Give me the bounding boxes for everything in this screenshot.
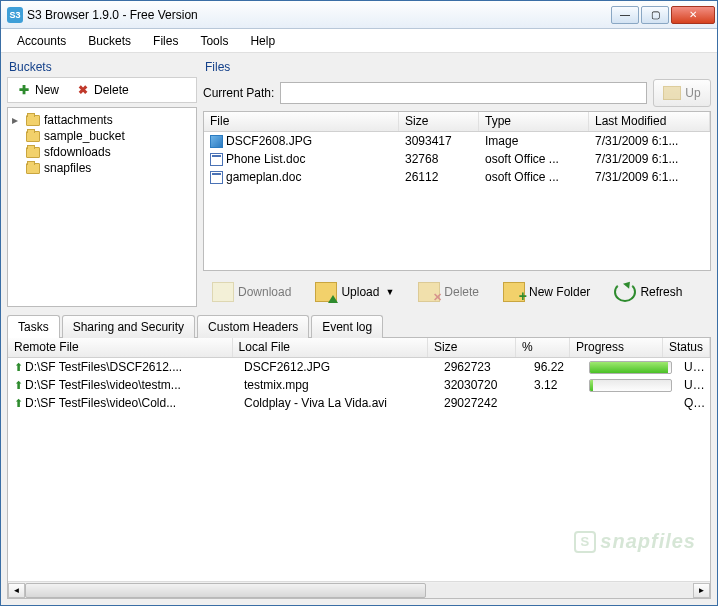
progress-bar bbox=[589, 379, 672, 392]
refresh-button[interactable]: Refresh bbox=[605, 277, 691, 307]
col-size[interactable]: Size bbox=[399, 112, 479, 131]
tasks-panel: Remote File Local File Size % Progress S… bbox=[7, 337, 711, 599]
scroll-track[interactable] bbox=[25, 583, 693, 598]
bucket-item[interactable]: snapfiles bbox=[10, 160, 194, 176]
col-remote[interactable]: Remote File bbox=[8, 338, 233, 357]
path-label: Current Path: bbox=[203, 86, 274, 100]
col-local[interactable]: Local File bbox=[233, 338, 428, 357]
plus-icon: ✚ bbox=[16, 82, 32, 98]
col-status[interactable]: Status bbox=[663, 338, 710, 357]
scroll-thumb[interactable] bbox=[25, 583, 426, 598]
file-list: File Size Type Last Modified DSCF2608.JP… bbox=[203, 111, 711, 271]
files-toolbar: Download Upload ▼ Delete New Folder bbox=[203, 271, 711, 307]
task-row[interactable]: ⬆D:\SF TestFiles\video\Cold...Coldplay -… bbox=[8, 394, 710, 412]
tasks-header: Remote File Local File Size % Progress S… bbox=[8, 338, 710, 358]
maximize-button[interactable]: ▢ bbox=[641, 6, 669, 24]
menu-files[interactable]: Files bbox=[143, 32, 188, 50]
remote-file: D:\SF TestFiles\video\testm... bbox=[25, 378, 181, 392]
bucket-name: sample_bucket bbox=[44, 129, 125, 143]
new-folder-button[interactable]: New Folder bbox=[494, 277, 599, 307]
tasks-body[interactable]: ⬆D:\SF TestFiles\DSCF2612....DSCF2612.JP… bbox=[8, 358, 710, 581]
bucket-item[interactable]: ▸fattachments bbox=[10, 112, 194, 128]
path-input[interactable] bbox=[280, 82, 647, 104]
files-label: Files bbox=[203, 59, 711, 77]
bucket-item[interactable]: sample_bucket bbox=[10, 128, 194, 144]
buckets-panel: Buckets ✚ New ✖ Delete ▸fattachments sam… bbox=[7, 59, 197, 307]
task-pct: 96.22 bbox=[528, 360, 583, 374]
delete-bucket-button[interactable]: ✖ Delete bbox=[71, 80, 133, 100]
upload-arrow-icon: ⬆ bbox=[14, 397, 23, 409]
file-size: 32768 bbox=[399, 152, 479, 166]
file-row[interactable]: DSCF2608.JPG3093417Image7/31/2009 6:1... bbox=[204, 132, 710, 150]
folder-up-icon bbox=[663, 86, 681, 100]
minimize-button[interactable]: — bbox=[611, 6, 639, 24]
delete-bucket-label: Delete bbox=[94, 83, 129, 97]
refresh-label: Refresh bbox=[640, 285, 682, 299]
menu-tools[interactable]: Tools bbox=[190, 32, 238, 50]
task-row[interactable]: ⬆D:\SF TestFiles\video\testm...testmix.m… bbox=[8, 376, 710, 394]
tab-sharing[interactable]: Sharing and Security bbox=[62, 315, 195, 338]
delete-file-button: Delete bbox=[409, 277, 488, 307]
col-progress[interactable]: Progress bbox=[570, 338, 663, 357]
x-icon: ✖ bbox=[75, 82, 91, 98]
file-modified: 7/31/2009 6:1... bbox=[589, 152, 710, 166]
tab-eventlog[interactable]: Event log bbox=[311, 315, 383, 338]
watermark: S snapfiles bbox=[574, 530, 696, 553]
download-button: Download bbox=[203, 277, 300, 307]
col-type[interactable]: Type bbox=[479, 112, 589, 131]
file-type: osoft Office ... bbox=[479, 170, 589, 184]
tab-tasks[interactable]: Tasks bbox=[7, 315, 60, 338]
col-pct[interactable]: % bbox=[516, 338, 570, 357]
bucket-tree[interactable]: ▸fattachments sample_bucket sfdownloads … bbox=[7, 107, 197, 307]
file-name: Phone List.doc bbox=[226, 152, 305, 166]
download-icon bbox=[212, 282, 234, 302]
upload-arrow-icon: ⬆ bbox=[14, 361, 23, 373]
menubar: Accounts Buckets Files Tools Help bbox=[1, 29, 717, 53]
upload-label: Upload bbox=[341, 285, 379, 299]
titlebar: S3 S3 Browser 1.9.0 - Free Version — ▢ ✕ bbox=[1, 1, 717, 29]
file-type-icon bbox=[210, 153, 223, 166]
expand-icon[interactable]: ▸ bbox=[12, 113, 22, 127]
col-file[interactable]: File bbox=[204, 112, 399, 131]
upload-icon bbox=[315, 282, 337, 302]
chevron-down-icon: ▼ bbox=[385, 287, 394, 297]
task-status: Upload bbox=[678, 360, 710, 374]
task-status: Queued bbox=[678, 396, 710, 410]
new-bucket-label: New bbox=[35, 83, 59, 97]
buckets-toolbar: ✚ New ✖ Delete bbox=[7, 77, 197, 103]
new-bucket-button[interactable]: ✚ New bbox=[12, 80, 63, 100]
tabstrip: Tasks Sharing and Security Custom Header… bbox=[7, 313, 711, 337]
scroll-right-button[interactable]: ► bbox=[693, 583, 710, 598]
new-folder-icon bbox=[503, 282, 525, 302]
download-label: Download bbox=[238, 285, 291, 299]
folder-icon bbox=[26, 131, 40, 142]
file-type-icon bbox=[210, 171, 223, 184]
upload-button[interactable]: Upload ▼ bbox=[306, 277, 403, 307]
file-name: DSCF2608.JPG bbox=[226, 134, 312, 148]
file-row[interactable]: Phone List.doc32768osoft Office ...7/31/… bbox=[204, 150, 710, 168]
bucket-item[interactable]: sfdownloads bbox=[10, 144, 194, 160]
up-label: Up bbox=[685, 86, 700, 100]
close-button[interactable]: ✕ bbox=[671, 6, 715, 24]
menu-help[interactable]: Help bbox=[240, 32, 285, 50]
menu-accounts[interactable]: Accounts bbox=[7, 32, 76, 50]
app-icon: S3 bbox=[7, 7, 23, 23]
task-row[interactable]: ⬆D:\SF TestFiles\DSCF2612....DSCF2612.JP… bbox=[8, 358, 710, 376]
upload-arrow-icon: ⬆ bbox=[14, 379, 23, 391]
scroll-left-button[interactable]: ◄ bbox=[8, 583, 25, 598]
refresh-icon bbox=[614, 282, 636, 302]
up-button: Up bbox=[653, 79, 711, 107]
delete-label: Delete bbox=[444, 285, 479, 299]
bucket-name: fattachments bbox=[44, 113, 113, 127]
file-size: 3093417 bbox=[399, 134, 479, 148]
file-list-body[interactable]: DSCF2608.JPG3093417Image7/31/2009 6:1...… bbox=[204, 132, 710, 270]
col-modified[interactable]: Last Modified bbox=[589, 112, 710, 131]
horizontal-scrollbar[interactable]: ◄ ► bbox=[8, 581, 710, 598]
watermark-icon: S bbox=[574, 531, 596, 553]
menu-buckets[interactable]: Buckets bbox=[78, 32, 141, 50]
file-modified: 7/31/2009 6:1... bbox=[589, 134, 710, 148]
col-task-size[interactable]: Size bbox=[428, 338, 516, 357]
local-file: testmix.mpg bbox=[238, 378, 438, 392]
tab-headers[interactable]: Custom Headers bbox=[197, 315, 309, 338]
file-row[interactable]: gameplan.doc26112osoft Office ...7/31/20… bbox=[204, 168, 710, 186]
